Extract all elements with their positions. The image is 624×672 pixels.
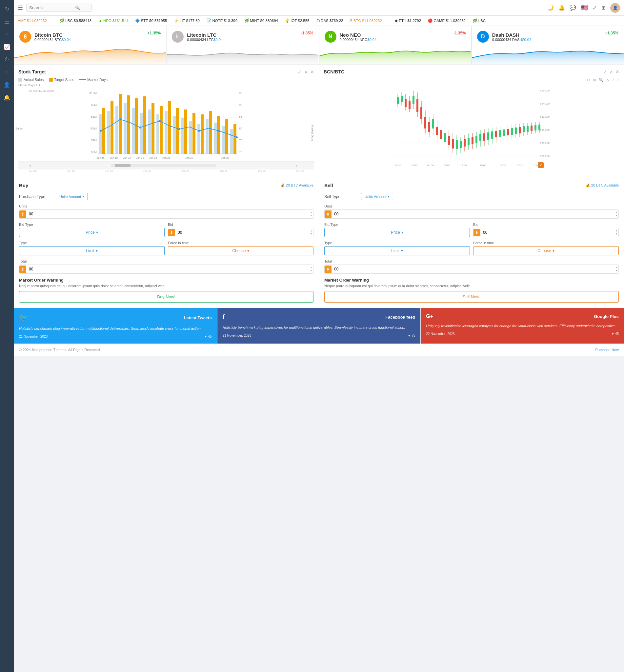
sell-type-dropdown[interactable]: Unite Amount ▾ [361, 193, 393, 200]
sell-total-spinner[interactable]: ▲ ▼ [615, 265, 618, 273]
buy-bid-input[interactable] [175, 228, 309, 237]
bell-icon[interactable]: 🔔 [558, 5, 565, 11]
svg-rect-103 [436, 127, 438, 135]
avatar[interactable]: 👤 [610, 3, 620, 13]
buy-bid-spinner[interactable]: ▲ ▼ [309, 229, 313, 236]
sell-warning-title: Market Order Warning [324, 278, 619, 283]
footer-copyright: © 2024 Multipurpose Themes. All Rights R… [19, 348, 101, 352]
buy-available: 💰 20 BTC Available [280, 183, 313, 188]
buy-total-row: Total ₿ ▲ ▼ [19, 259, 313, 274]
stock-collapse-icon[interactable]: ∧ [304, 69, 308, 74]
svg-rect-117 [464, 139, 466, 146]
sell-total-row: Total ₿ ▲ ▼ [324, 259, 619, 274]
flag-icon[interactable]: 🇺🇸 [581, 4, 588, 11]
stock-close-icon[interactable]: ✕ [310, 69, 314, 74]
search-input[interactable] [29, 5, 75, 10]
svg-rect-38 [181, 118, 184, 154]
footer-purchase-link[interactable]: Purchase Now [595, 348, 619, 352]
svg-text:Jan 22: Jan 22 [136, 156, 144, 159]
crypto-cards-section: ₿ Bitcoin BTC 0.00000434 BTC$0.04 +1.35% [14, 26, 624, 64]
candlestick-chart-svg: 6660.00 6640.00 6620.00 6600.00 6580.00 … [323, 84, 619, 169]
svg-rect-95 [420, 107, 422, 119]
tool-pointer[interactable]: ↖ [606, 78, 609, 82]
ltc-price: 0.00000434 LTC$0.04 [187, 38, 223, 42]
buy-units-label: Units [19, 204, 313, 208]
bcn-collapse-icon[interactable]: ∧ [609, 69, 613, 74]
ltc-wave [166, 45, 318, 64]
svg-rect-99 [428, 122, 430, 132]
buy-units-input[interactable] [26, 210, 309, 218]
sell-limit-dropdown[interactable]: Limit ▾ [324, 246, 470, 256]
svg-text:Jan 18: Jan 18 [110, 156, 118, 159]
svg-rect-31 [152, 103, 154, 154]
sell-units-input[interactable] [332, 210, 615, 218]
tool-home[interactable]: ⌂ [612, 78, 615, 82]
social-section: 🐦 Latest Tweets Holisticly benchmark plu… [14, 308, 624, 344]
twitter-card: 🐦 Latest Tweets Holisticly benchmark plu… [14, 308, 217, 344]
sidebar-user-icon[interactable]: 👤 [0, 78, 14, 91]
buy-total-input[interactable] [26, 265, 309, 273]
buy-bid-type-dropdown[interactable]: Price ▾ [19, 228, 164, 237]
btc-wave [14, 45, 166, 64]
stock-expand-icon[interactable]: ⤢ [298, 69, 302, 74]
sell-units-spinner[interactable]: ▲ ▼ [615, 210, 618, 218]
dash-card: D Dash DASH 0.00000434 DASH$0.04 +1.35% [472, 26, 624, 64]
buy-total-spinner[interactable]: ▲ ▼ [309, 265, 313, 273]
google-text: Uniquely revolutionize leveraged catalys… [426, 323, 619, 329]
buy-purchase-type-dropdown[interactable]: Unite Amount ▾ [56, 193, 88, 200]
svg-rect-40 [189, 121, 192, 154]
tool-zoom-out[interactable]: ⊖ [587, 78, 590, 82]
dash-price: 0.00000434 DASH$0.04 [492, 38, 531, 42]
svg-text:Jan 26: Jan 26 [162, 156, 171, 159]
svg-rect-119 [468, 138, 470, 145]
candle-tools: ⊖ ⊕ 🔍 ↖ ⌂ ≡ [323, 78, 619, 82]
bcn-expand-icon[interactable]: ⤢ [603, 69, 607, 74]
chart-scrollbar[interactable]: ◀ ▶ [18, 161, 314, 169]
svg-point-59 [236, 136, 238, 138]
svg-point-53 [119, 118, 121, 120]
expand-icon[interactable]: ⤢ [593, 5, 597, 11]
sell-force-dropdown[interactable]: Choose ▾ [473, 246, 619, 256]
y2-axis-label: Market Days [311, 125, 314, 142]
topbar-menu-icon[interactable]: ☰ [18, 4, 23, 11]
svg-rect-26 [132, 108, 135, 154]
neo-change: -1.35% [453, 31, 466, 35]
dash-wave [472, 45, 624, 64]
grid-icon[interactable]: ⊞ [601, 5, 606, 11]
chat-icon[interactable]: 💬 [570, 5, 576, 11]
sell-bid-spinner[interactable]: ▲ ▼ [615, 229, 618, 236]
sell-bid-input[interactable] [480, 228, 615, 237]
buy-force-dropdown[interactable]: Choose ▾ [168, 246, 313, 256]
ticker-bar: AME $11.039232 🌿 LBC $0.588418 ▲ NEO $16… [14, 16, 624, 26]
sidebar-refresh-icon[interactable]: ↻ [0, 3, 14, 16]
facebook-card: f Facebook feed Holisticly benchmark plu… [217, 308, 421, 344]
moon-icon[interactable]: 🌙 [547, 5, 554, 11]
tool-bars[interactable]: ≡ [617, 78, 619, 82]
facebook-likes: ♥ 75 [408, 334, 415, 337]
sell-total-input[interactable] [332, 265, 615, 273]
buy-now-button[interactable]: Buy Now! [19, 291, 313, 302]
svg-text:70: 70 [239, 151, 242, 154]
buy-type-dropdown[interactable]: Limit ▾ [19, 246, 164, 256]
sidebar-home-icon[interactable]: ⌂ [0, 28, 14, 41]
sidebar-bell-icon[interactable]: 🔔 [0, 91, 14, 104]
svg-rect-85 [401, 96, 403, 102]
tool-zoom-in[interactable]: ⊕ [593, 78, 596, 82]
svg-point-57 [198, 130, 200, 132]
svg-text:$10M: $10M [89, 91, 97, 95]
svg-rect-21 [110, 101, 113, 154]
sidebar-chart-icon[interactable]: 📈 [0, 41, 14, 53]
trade-section: Buy 💰 20 BTC Available Purchase Type Uni… [14, 177, 624, 308]
svg-text:06:00: 06:00 [427, 164, 434, 167]
svg-rect-123 [475, 136, 477, 143]
sell-now-button[interactable]: Sell Now! [324, 291, 619, 302]
svg-rect-18 [99, 114, 102, 154]
bcn-close-icon[interactable]: ✕ [616, 69, 619, 74]
sidebar-clock-icon[interactable]: ⏱ [0, 53, 14, 66]
sell-bid-type-dropdown[interactable]: Price ▾ [324, 228, 470, 237]
tool-magnifier[interactable]: 🔍 [599, 78, 604, 82]
sidebar-list-icon[interactable]: ≡ [0, 66, 14, 78]
sidebar-menu-icon[interactable]: ☰ [0, 16, 14, 28]
buy-units-spinner[interactable]: ▲ ▼ [309, 210, 313, 218]
svg-text:85: 85 [239, 115, 242, 118]
